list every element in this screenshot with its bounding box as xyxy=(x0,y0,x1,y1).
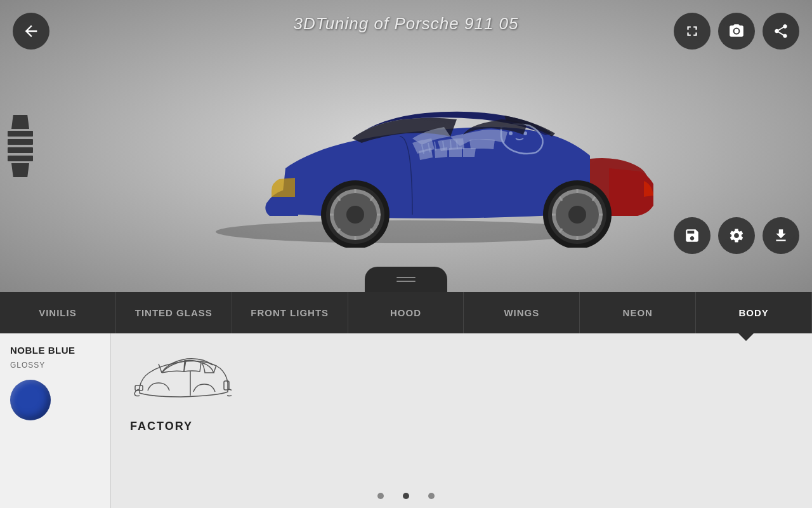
share-button[interactable] xyxy=(763,13,799,50)
car-3d-model[interactable] xyxy=(159,44,653,248)
toolbar-top-shape xyxy=(11,115,29,129)
tab-bar: VINILIS TINTED GLASS FRONT LIGHTS HOOD W… xyxy=(0,292,812,333)
fullscreen-button[interactable] xyxy=(674,13,710,50)
bottom-content-panel: NOBLE BLUE GLOSSY xyxy=(0,333,812,508)
svg-point-0 xyxy=(216,220,596,243)
svg-line-32 xyxy=(159,364,162,373)
page-title: 3DTuning of Porsche 911 05 xyxy=(293,14,518,34)
toolbar-bar-3[interactable] xyxy=(8,147,33,153)
panel-handle[interactable] xyxy=(365,267,447,292)
body-option-factory-label: FACTORY xyxy=(130,420,193,433)
save-button[interactable] xyxy=(674,217,710,254)
settings-button[interactable] xyxy=(718,217,755,254)
svg-point-20 xyxy=(346,206,364,224)
tab-front-lights[interactable]: FRONT LIGHTS xyxy=(232,292,348,333)
toolbar-bottom-shape xyxy=(11,163,29,177)
tab-dropdown-arrow xyxy=(737,332,755,341)
toolbar-bar-4[interactable] xyxy=(8,156,33,161)
color-swatch[interactable] xyxy=(10,380,51,420)
bottom-right-toolbar xyxy=(674,217,799,254)
camera-button[interactable] xyxy=(718,13,755,50)
tab-vinilis[interactable]: VINILIS xyxy=(0,292,116,333)
tab-body[interactable]: BODY xyxy=(696,292,812,333)
color-finish-label: GLOSSY xyxy=(10,361,45,370)
tab-tinted-glass[interactable]: TINTED GLASS xyxy=(116,292,232,333)
pagination-dots xyxy=(377,493,435,499)
car-viewer: 3DTuning of Porsche 911 05 xyxy=(0,0,812,292)
svg-line-33 xyxy=(214,365,216,373)
back-button[interactable] xyxy=(13,13,49,50)
toolbar-bar-1[interactable] xyxy=(8,131,33,137)
svg-rect-31 xyxy=(224,381,229,390)
top-right-toolbar xyxy=(674,13,799,50)
color-name-label: NOBLE BLUE xyxy=(10,345,75,356)
body-options-panel: FACTORY xyxy=(111,333,812,508)
tab-wings[interactable]: WINGS xyxy=(464,292,580,333)
toolbar-bar-2[interactable] xyxy=(8,139,33,145)
svg-point-1 xyxy=(509,131,513,135)
svg-rect-30 xyxy=(135,385,143,391)
pagination-dot-1[interactable] xyxy=(377,493,384,499)
pagination-dot-2[interactable] xyxy=(403,493,409,499)
left-toolbar xyxy=(8,115,33,177)
handle-indicator xyxy=(396,277,416,282)
download-button[interactable] xyxy=(763,217,799,254)
tab-neon[interactable]: NEON xyxy=(580,292,696,333)
body-sketch-illustration xyxy=(130,346,232,410)
svg-point-7 xyxy=(568,206,586,224)
tab-hood[interactable]: HOOD xyxy=(348,292,464,333)
color-selection-panel: NOBLE BLUE GLOSSY xyxy=(0,333,111,508)
pagination-dot-3[interactable] xyxy=(428,493,435,499)
